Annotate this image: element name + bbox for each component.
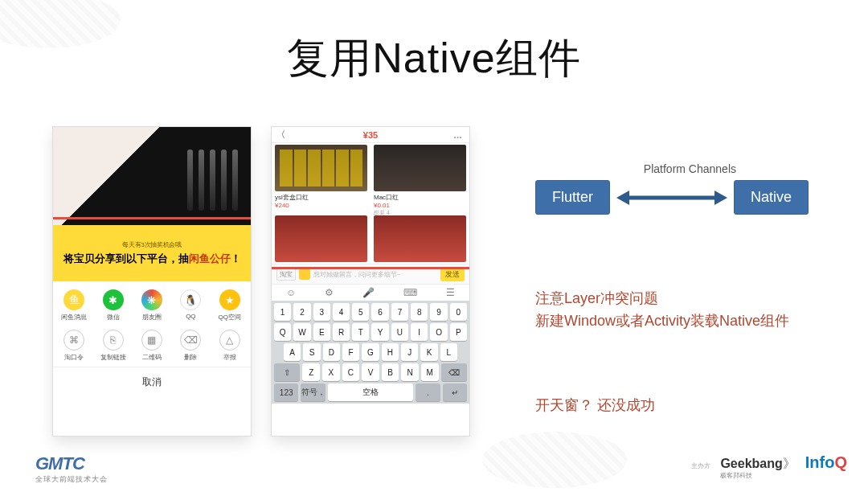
qzone-icon: ★ xyxy=(219,289,240,310)
kb-key[interactable]: 2 xyxy=(293,303,310,321)
kb-key[interactable]: T xyxy=(352,323,369,341)
delete-icon: ⌫ xyxy=(180,330,201,350)
send-button[interactable]: 发送 xyxy=(440,268,465,281)
platform-channel-diagram: Platform Channels Flutter Native xyxy=(535,162,809,215)
geekbang-subtitle: 极客邦科技 xyxy=(720,471,795,480)
kb-key[interactable]: D xyxy=(323,343,340,361)
kb-shift[interactable]: ⇧ xyxy=(274,363,300,381)
slide-notes-2: 开天窗？ 还没成功 xyxy=(535,396,655,415)
kb-key[interactable]: V xyxy=(362,363,379,381)
action-report[interactable]: △举报 xyxy=(211,330,249,362)
kb-123[interactable]: 123 xyxy=(274,383,298,401)
kb-key[interactable]: G xyxy=(362,343,379,361)
back-icon[interactable]: 〈 xyxy=(276,129,285,141)
nav-price: ¥35 xyxy=(363,130,378,140)
kb-key[interactable]: O xyxy=(430,323,447,341)
kb-key[interactable]: P xyxy=(450,323,467,341)
product-card[interactable] xyxy=(371,214,469,264)
kb-key[interactable]: J xyxy=(401,343,418,361)
footer-logo-left: GMTC 全球大前端技术大会 xyxy=(35,453,108,485)
action-qrcode[interactable]: ▦二维码 xyxy=(133,330,171,362)
kb-key[interactable]: L xyxy=(440,343,457,361)
action-taocode[interactable]: ⌘淘口令 xyxy=(55,330,93,362)
kb-key[interactable]: 6 xyxy=(371,303,388,321)
wechat-icon: ✱ xyxy=(103,289,124,310)
kb-key[interactable]: B xyxy=(382,363,399,381)
kb-key[interactable]: I xyxy=(411,323,428,341)
kb-key[interactable]: E xyxy=(313,323,330,341)
qrcode-icon: ▦ xyxy=(141,330,162,350)
more-icon[interactable]: … xyxy=(453,130,463,140)
kb-key[interactable]: 9 xyxy=(430,303,447,321)
emoji-icon[interactable]: ☺ xyxy=(286,287,296,298)
kb-key[interactable]: S xyxy=(303,343,320,361)
source-chip: 淘宝 xyxy=(276,268,296,281)
kb-key[interactable]: K xyxy=(420,343,437,361)
comment-input-bar: 淘宝 想对她做留言，问问更多细节~ 发送 xyxy=(272,264,469,285)
list-icon[interactable]: ☰ xyxy=(446,287,455,298)
phone-keyboard: 〈 ¥35 … ysl套盒口红 ¥240 Mac口红 ¥0.01 想要 4 淘宝 xyxy=(272,127,469,436)
kb-return[interactable]: ↵ xyxy=(443,383,467,401)
mic-icon[interactable]: 🎤 xyxy=(362,287,375,298)
bidirectional-arrow-icon xyxy=(616,195,727,200)
kb-symbol[interactable]: 符号， xyxy=(301,383,325,401)
share-action-grid: ⌘淘口令 ⎘复制链接 ▦二维码 ⌫删除 △举报 xyxy=(53,328,251,367)
kb-key[interactable]: 0 xyxy=(450,303,467,321)
kb-key[interactable]: 8 xyxy=(411,303,428,321)
slide-title: 复用Native组件 xyxy=(0,31,868,87)
diagram-box-native: Native xyxy=(734,180,809,215)
kb-space[interactable]: 空格 xyxy=(328,383,413,401)
note-line: 注意Layer冲突问题 xyxy=(535,288,789,310)
kb-key[interactable]: 5 xyxy=(352,303,369,321)
product-card[interactable]: Mac口红 ¥0.01 想要 4 xyxy=(371,143,469,214)
kb-key[interactable]: Y xyxy=(371,323,388,341)
keyboard-icon[interactable]: ⌨ xyxy=(403,287,417,298)
share-item-moments[interactable]: ❋朋友圈 xyxy=(133,289,171,322)
note-line: 开天窗？ 还没成功 xyxy=(535,397,655,413)
share-panel: 每天有3次抽奖机会哦 将宝贝分享到以下平台，抽闲鱼公仔！ 鱼闲鱼消息 ✱微信 ❋… xyxy=(53,225,251,436)
gear-icon[interactable]: ⚙ xyxy=(325,287,334,298)
kb-key[interactable]: Z xyxy=(302,363,320,381)
share-item-qq[interactable]: 🐧QQ xyxy=(171,289,210,322)
taocode-icon: ⌘ xyxy=(63,330,84,350)
kb-backspace[interactable]: ⌫ xyxy=(441,363,467,381)
kb-key[interactable]: F xyxy=(342,343,359,361)
screenshot-pair: 每天有3次抽奖机会哦 将宝贝分享到以下平台，抽闲鱼公仔！ 鱼闲鱼消息 ✱微信 ❋… xyxy=(53,127,469,436)
kb-key[interactable]: A xyxy=(284,343,301,361)
phone-share-sheet: 每天有3次抽奖机会哦 将宝贝分享到以下平台，抽闲鱼公仔！ 鱼闲鱼消息 ✱微信 ❋… xyxy=(53,127,251,436)
diagram-label: Platform Channels xyxy=(535,162,809,175)
qq-icon: 🐧 xyxy=(180,289,201,310)
kb-key[interactable]: R xyxy=(333,323,350,341)
geekbang-logo: Geekbang》 xyxy=(720,457,795,470)
kb-period[interactable]: . xyxy=(416,383,440,401)
kb-key[interactable]: N xyxy=(401,363,419,381)
product-card[interactable]: ysl套盒口红 ¥240 xyxy=(272,143,371,214)
report-icon: △ xyxy=(219,330,240,350)
action-copy-link[interactable]: ⎘复制链接 xyxy=(93,330,132,362)
kb-key[interactable]: 4 xyxy=(333,303,350,321)
footer-logo-right: 主办方 Geekbang》 极客邦科技 InfoQ xyxy=(691,453,847,480)
share-item-xianyu[interactable]: 鱼闲鱼消息 xyxy=(55,289,93,322)
kb-key[interactable]: M xyxy=(421,363,439,381)
kb-key[interactable]: W xyxy=(293,323,310,341)
kb-key[interactable]: 1 xyxy=(274,303,291,321)
kb-key[interactable]: X xyxy=(322,363,340,381)
cancel-button[interactable]: 取消 xyxy=(53,367,251,397)
note-line: 新建Window或者Activity装载Native组件 xyxy=(535,310,789,333)
kb-key[interactable]: Q xyxy=(274,323,291,341)
share-item-qzone[interactable]: ★QQ空间 xyxy=(211,289,249,322)
comment-input[interactable]: 想对她做留言，问问更多细节~ xyxy=(313,270,437,279)
infoq-logo: InfoQ xyxy=(805,453,847,472)
gmtc-subtitle: 全球大前端技术大会 xyxy=(35,474,108,485)
kb-key[interactable]: H xyxy=(382,343,399,361)
kb-key[interactable]: 7 xyxy=(391,303,408,321)
moments-icon: ❋ xyxy=(141,289,162,310)
share-platform-grid: 鱼闲鱼消息 ✱微信 ❋朋友圈 🐧QQ ★QQ空间 xyxy=(53,281,251,328)
share-item-wechat[interactable]: ✱微信 xyxy=(93,289,132,322)
action-delete[interactable]: ⌫删除 xyxy=(171,330,210,362)
product-card[interactable] xyxy=(272,214,371,264)
kb-key[interactable]: C xyxy=(342,363,360,381)
nav-bar: 〈 ¥35 … xyxy=(272,127,469,143)
kb-key[interactable]: 3 xyxy=(313,303,330,321)
kb-key[interactable]: U xyxy=(391,323,408,341)
